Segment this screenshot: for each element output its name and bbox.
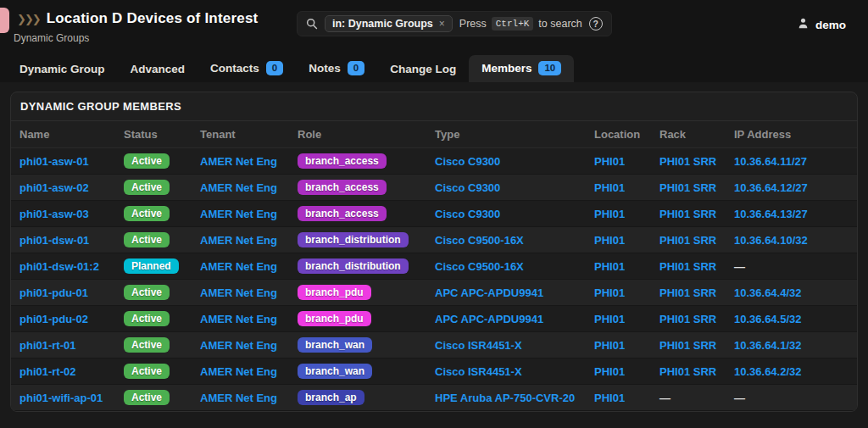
status-badge[interactable]: Active — [124, 311, 170, 326]
device-name-link[interactable]: phi01-pdu-01 — [19, 286, 88, 299]
role-badge[interactable]: branch_access — [298, 153, 387, 169]
ip-address-link[interactable]: 10.36.64.12/27 — [734, 181, 808, 194]
device-name-link[interactable]: phi01-rt-02 — [19, 365, 75, 378]
rack-link[interactable]: PHI01 SRR — [659, 313, 716, 325]
column-header-rack[interactable]: Rack — [651, 121, 726, 148]
location-link[interactable]: PHI01 — [594, 234, 625, 247]
ip-address-link[interactable]: 10.36.64.10/32 — [734, 234, 808, 247]
column-header-location[interactable]: Location — [586, 121, 651, 148]
role-badge[interactable]: branch_distribution — [298, 232, 409, 247]
rack-link[interactable]: PHI01 SRR — [659, 181, 716, 194]
status-badge[interactable]: Active — [124, 364, 170, 379]
tenant-link[interactable]: AMER Net Eng — [200, 260, 277, 273]
rack-link[interactable]: PHI01 SRR — [659, 234, 716, 247]
ip-address-link[interactable]: 10.36.64.1/32 — [734, 339, 802, 352]
type-link[interactable]: Cisco C9300 — [435, 155, 500, 168]
tenant-link[interactable]: AMER Net Eng — [200, 155, 277, 168]
type-link[interactable]: Cisco C9300 — [435, 181, 500, 194]
ip-address-link[interactable]: 10.36.64.13/27 — [734, 208, 808, 220]
role-badge[interactable]: branch_pdu — [298, 285, 371, 300]
search-filter-chip[interactable]: in: Dynamic Groups × — [325, 15, 453, 32]
device-name-link[interactable]: phi01-pdu-02 — [19, 313, 88, 325]
location-link[interactable]: PHI01 — [594, 365, 625, 378]
table-body: phi01-asw-01 Active AMER Net Eng branch_… — [11, 148, 857, 411]
tenant-link[interactable]: AMER Net Eng — [200, 313, 277, 325]
location-link[interactable]: PHI01 — [594, 392, 625, 404]
status-badge[interactable]: Active — [124, 232, 170, 247]
status-badge[interactable]: Active — [124, 206, 170, 221]
tab-advanced[interactable]: Advanced — [118, 57, 198, 82]
rack-link[interactable]: PHI01 SRR — [659, 155, 716, 168]
tenant-link[interactable]: AMER Net Eng — [200, 208, 277, 220]
device-name-link[interactable]: phi01-rt-01 — [19, 339, 75, 352]
location-link[interactable]: PHI01 — [594, 181, 625, 194]
ip-address-link[interactable]: 10.36.64.2/32 — [734, 365, 802, 378]
location-link[interactable]: PHI01 — [594, 313, 625, 325]
tab-label: Contacts — [210, 62, 259, 75]
type-link[interactable]: APC APC-APDU9941 — [435, 313, 543, 325]
role-badge[interactable]: branch_access — [298, 180, 387, 195]
ip-address-link[interactable]: 10.36.64.5/32 — [734, 313, 802, 325]
location-link[interactable]: PHI01 — [594, 155, 625, 168]
device-name-link[interactable]: phi01-asw-03 — [19, 208, 89, 220]
chip-close-icon[interactable]: × — [439, 18, 445, 30]
status-badge[interactable]: Active — [124, 390, 170, 405]
tab-members[interactable]: Members 10 — [469, 55, 574, 82]
column-header-status[interactable]: Status — [115, 121, 192, 148]
status-badge[interactable]: Active — [124, 337, 170, 353]
device-name-link[interactable]: phi01-asw-02 — [19, 181, 89, 194]
type-link[interactable]: Cisco C9500-16X — [435, 260, 524, 273]
type-link[interactable]: HPE Aruba AP-750-CVR-20 — [435, 392, 575, 404]
rack-link[interactable]: PHI01 SRR — [659, 208, 716, 220]
device-name-link[interactable]: phi01-dsw-01:2 — [19, 260, 99, 273]
column-header-ip-address[interactable]: IP Address — [726, 121, 857, 148]
tab-contacts[interactable]: Contacts 0 — [198, 55, 296, 82]
type-link[interactable]: Cisco C9300 — [435, 208, 500, 220]
type-link[interactable]: Cisco C9500-16X — [435, 234, 524, 247]
role-badge[interactable]: branch_wan — [298, 337, 372, 353]
role-badge[interactable]: branch_ap — [298, 390, 364, 405]
tenant-link[interactable]: AMER Net Eng — [200, 339, 277, 352]
user-menu[interactable]: demo — [797, 17, 846, 33]
location-link[interactable]: PHI01 — [594, 208, 625, 220]
role-badge[interactable]: branch_distribution — [298, 258, 409, 274]
tenant-link[interactable]: AMER Net Eng — [200, 286, 277, 299]
ip-address-link[interactable]: 10.36.64.11/27 — [734, 155, 807, 168]
location-link[interactable]: PHI01 — [594, 339, 625, 352]
global-search-input[interactable]: in: Dynamic Groups × Press Ctrl+K to sea… — [297, 11, 612, 36]
tab-change-log[interactable]: Change Log — [377, 57, 469, 82]
tenant-link[interactable]: AMER Net Eng — [200, 392, 277, 404]
tab-notes[interactable]: Notes 0 — [296, 55, 377, 82]
status-badge[interactable]: Active — [124, 285, 170, 300]
type-link[interactable]: Cisco ISR4451-X — [435, 365, 522, 378]
role-badge[interactable]: branch_pdu — [298, 311, 371, 326]
search-help-icon[interactable]: ? — [589, 17, 603, 31]
tenant-link[interactable]: AMER Net Eng — [200, 181, 277, 194]
tab-dynamic-group[interactable]: Dynamic Group — [7, 57, 118, 82]
column-header-tenant[interactable]: Tenant — [192, 121, 289, 148]
table-row: phi01-dsw-01 Active AMER Net Eng branch_… — [11, 227, 857, 253]
role-badge[interactable]: branch_wan — [298, 364, 372, 379]
flyout-handle[interactable] — [0, 8, 9, 33]
device-name-link[interactable]: phi01-wifi-ap-01 — [19, 392, 103, 404]
tenant-link[interactable]: AMER Net Eng — [200, 234, 277, 247]
tenant-link[interactable]: AMER Net Eng — [200, 365, 277, 378]
status-badge[interactable]: Planned — [124, 258, 179, 274]
status-badge[interactable]: Active — [124, 153, 170, 169]
column-header-role[interactable]: Role — [289, 121, 426, 148]
rack-link[interactable]: PHI01 SRR — [659, 339, 716, 352]
type-link[interactable]: Cisco ISR4451-X — [435, 339, 522, 352]
rack-link[interactable]: PHI01 SRR — [659, 365, 716, 378]
column-header-type[interactable]: Type — [426, 121, 586, 148]
type-link[interactable]: APC APC-APDU9941 — [435, 286, 543, 299]
role-badge[interactable]: branch_access — [298, 206, 387, 221]
rack-link[interactable]: PHI01 SRR — [659, 286, 716, 299]
device-name-link[interactable]: phi01-asw-01 — [19, 155, 89, 168]
device-name-link[interactable]: phi01-dsw-01 — [19, 234, 89, 247]
rack-link[interactable]: PHI01 SRR — [659, 260, 716, 273]
location-link[interactable]: PHI01 — [594, 286, 625, 299]
column-header-name[interactable]: Name — [11, 121, 115, 148]
location-link[interactable]: PHI01 — [594, 260, 625, 273]
ip-address-link[interactable]: 10.36.64.4/32 — [734, 286, 802, 299]
status-badge[interactable]: Active — [124, 180, 170, 195]
